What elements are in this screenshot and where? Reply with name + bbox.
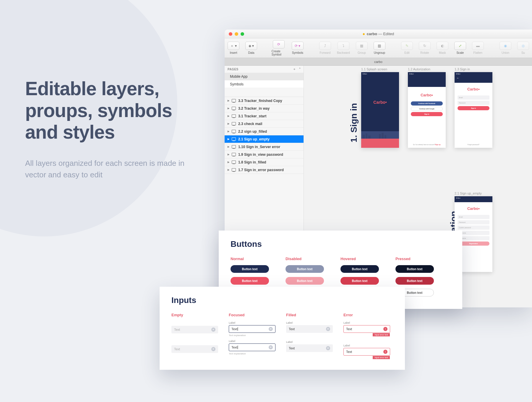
- mask-button: ◐: [437, 42, 448, 50]
- input-focused[interactable]: Text✕: [229, 343, 275, 351]
- state-label: Pressed: [395, 257, 434, 261]
- button-pressed-primary[interactable]: Button text: [395, 265, 434, 273]
- button-pressed-secondary[interactable]: Button text: [395, 277, 434, 285]
- symbols-button[interactable]: ⟳ ▾: [292, 42, 304, 50]
- svg-rect-1: [366, 134, 367, 139]
- rotate-button: ↻: [419, 42, 431, 50]
- input-label: Label: [286, 321, 333, 324]
- clear-icon[interactable]: ✕: [269, 345, 273, 349]
- button-hovered-primary[interactable]: Button text: [340, 265, 379, 273]
- artboard-icon: [232, 114, 236, 118]
- error-icon[interactable]: !: [383, 327, 387, 331]
- input-label: Label: [229, 340, 275, 343]
- create-symbol-button[interactable]: ⟳: [273, 40, 285, 48]
- close-icon[interactable]: [229, 32, 232, 36]
- disclosure-icon: ▶: [228, 130, 229, 133]
- disclosure-icon: ▶: [228, 168, 229, 171]
- input-error[interactable]: Text!Input error text: [343, 348, 390, 356]
- hero-title: Editable layers, proups, symbols and sty…: [25, 78, 191, 143]
- disclosure-icon: ▶: [228, 107, 229, 110]
- layer-item[interactable]: ▶2.2 sign up_filled: [225, 128, 304, 135]
- clear-icon[interactable]: ✕: [211, 328, 215, 332]
- artboard-authorization[interactable]: 9:41▪▪▪ Carbo• Continue with Facebook Co…: [408, 72, 446, 148]
- svg-rect-3: [379, 134, 381, 139]
- document-tab[interactable]: carbo: [225, 58, 532, 66]
- layer-item[interactable]: ▶1.9 Sign in_view password: [225, 151, 304, 158]
- input-label: Label: [229, 321, 275, 324]
- artboard-label: 2.1 Sign up_empty: [455, 192, 482, 195]
- input-help: Text explanation: [229, 334, 275, 337]
- artboard-signin[interactable]: 9:41▪▪▪← Carbo• Email Password Sign in F…: [455, 72, 492, 148]
- input-focused[interactable]: Text✕: [229, 325, 275, 333]
- clear-icon[interactable]: ✕: [326, 327, 330, 331]
- state-label: Focused: [229, 313, 275, 317]
- error-tooltip: Input error text: [373, 333, 390, 336]
- zoom-icon[interactable]: [241, 32, 244, 36]
- artboard-splash[interactable]: 9:41▪▪▪ Carbo•: [361, 72, 399, 148]
- disclosure-icon: ▶: [228, 99, 229, 102]
- layer-item[interactable]: ▶2.3 check mail: [225, 120, 304, 128]
- input-empty[interactable]: Text✕: [171, 345, 218, 353]
- layer-item[interactable]: ▶1.7 Sign in_error password: [225, 166, 304, 174]
- page-item[interactable]: Symbols: [225, 80, 304, 88]
- layer-item[interactable]: ▶1.10 Sign in_Server error: [225, 143, 304, 151]
- input-filled[interactable]: Text✕: [286, 344, 333, 352]
- section-label: 1. Sign in: [349, 103, 359, 142]
- error-icon[interactable]: !: [383, 350, 387, 354]
- state-label: Normal: [231, 257, 269, 261]
- state-label: Filled: [286, 313, 333, 317]
- facebook-button: Continue with Facebook: [411, 101, 443, 106]
- layer-item[interactable]: ▶3.3 Tracker_finished Copy: [225, 97, 304, 105]
- button-normal-primary[interactable]: Button text: [231, 265, 269, 273]
- panel-title: Buttons: [231, 239, 450, 249]
- button-disabled-secondary: Button text: [286, 277, 324, 285]
- subtract-button: ◎: [517, 42, 529, 50]
- pages-controls[interactable]: ＋ ˄: [293, 67, 301, 71]
- svg-rect-2: [368, 135, 371, 139]
- disclosure-icon: ▶: [228, 122, 229, 125]
- svg-rect-5: [385, 135, 386, 139]
- layer-item[interactable]: ▶3.2 Tracker_in way: [225, 105, 304, 112]
- clear-icon[interactable]: ✕: [326, 346, 330, 350]
- hero-subtitle: All layers organized for each screen is …: [25, 158, 191, 181]
- artboard-icon: [232, 130, 236, 133]
- page-item[interactable]: Mobile App: [225, 73, 304, 80]
- clear-icon[interactable]: ✕: [269, 327, 273, 331]
- artboard-icon: [232, 153, 236, 156]
- clear-icon[interactable]: ✕: [211, 347, 215, 351]
- layer-item[interactable]: ▶1.8 Sign in_filled: [225, 158, 304, 166]
- button-hovered-secondary[interactable]: Button text: [340, 277, 379, 285]
- button-normal-secondary[interactable]: Button text: [231, 277, 269, 285]
- data-button[interactable]: ◈ ▾: [245, 42, 257, 50]
- minimize-icon[interactable]: [235, 32, 238, 36]
- layer-item[interactable]: ▶2.1 Sign up_empty: [225, 135, 304, 143]
- scale-button[interactable]: ⤢: [454, 42, 466, 50]
- artboard-label: 1.1 Splash screen: [361, 67, 387, 71]
- input-empty[interactable]: Text✕: [171, 326, 218, 333]
- disclosure-icon: ▶: [228, 161, 229, 163]
- ungroup-button[interactable]: ▥: [374, 42, 385, 50]
- layer-item[interactable]: ▶3.1 Tracker_start: [225, 112, 304, 120]
- input-filled[interactable]: Text✕: [286, 325, 333, 333]
- input-label: Label: [343, 344, 390, 347]
- input-label: Label: [286, 341, 333, 343]
- input-error[interactable]: Text!Input error text: [343, 325, 390, 333]
- panel-title: Inputs: [171, 296, 393, 305]
- input-help: Text explanation: [229, 352, 275, 355]
- svg-rect-0: [363, 135, 365, 139]
- flatten-button: ▬: [472, 42, 484, 50]
- error-tooltip: Input error text: [373, 356, 390, 359]
- state-label: Error: [343, 313, 390, 317]
- artboard-icon: [232, 137, 236, 141]
- artboard-icon: [232, 161, 236, 164]
- disclosure-icon: ▶: [228, 153, 229, 156]
- artboard-icon: [232, 107, 236, 110]
- insert-button[interactable]: ＋ ▾: [228, 42, 239, 50]
- artboard-icon: [232, 168, 236, 171]
- artboard-icon: [232, 99, 236, 102]
- window-title: ◆ carbo — Edited: [363, 32, 394, 36]
- disclosure-icon: ▶: [228, 115, 229, 117]
- state-label: Empty: [171, 313, 218, 317]
- google-button: Continue with Google: [411, 107, 443, 111]
- sketch-icon: ◆: [363, 32, 365, 35]
